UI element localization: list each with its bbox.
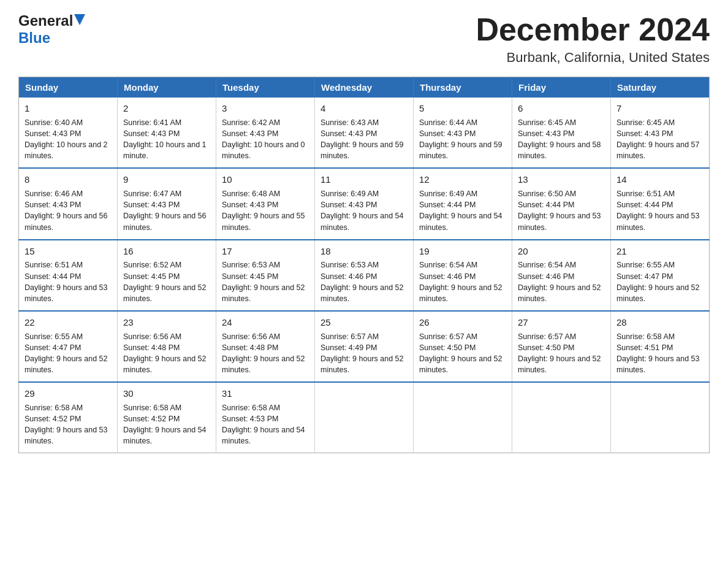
day-number: 25 <box>320 316 408 329</box>
day-number: 3 <box>222 102 309 115</box>
day-number: 8 <box>25 173 112 186</box>
day-number: 2 <box>123 102 210 115</box>
calendar-cell: 2Sunrise: 6:41 AMSunset: 4:43 PMDaylight… <box>118 98 216 168</box>
calendar-week-row: 22Sunrise: 6:55 AMSunset: 4:47 PMDayligh… <box>19 311 710 382</box>
logo-triangle-icon <box>74 14 85 25</box>
calendar-cell <box>315 382 414 453</box>
logo: General Blue <box>18 12 85 47</box>
day-number: 7 <box>616 102 703 115</box>
calendar-day-header: Saturday <box>611 77 710 98</box>
calendar-header-row: SundayMondayTuesdayWednesdayThursdayFrid… <box>19 77 710 98</box>
day-number: 9 <box>123 173 210 186</box>
calendar-cell: 22Sunrise: 6:55 AMSunset: 4:47 PMDayligh… <box>19 311 118 382</box>
logo-general-text: General <box>18 12 73 29</box>
title-block: December 2024 Burbank, California, Unite… <box>476 12 710 66</box>
calendar-cell: 30Sunrise: 6:58 AMSunset: 4:52 PMDayligh… <box>118 382 216 453</box>
calendar-cell: 26Sunrise: 6:57 AMSunset: 4:50 PMDayligh… <box>414 311 512 382</box>
day-number: 19 <box>419 245 506 258</box>
page-header: General Blue December 2024 Burbank, Cali… <box>18 12 710 66</box>
calendar-cell: 27Sunrise: 6:57 AMSunset: 4:50 PMDayligh… <box>512 311 611 382</box>
calendar-day-header: Tuesday <box>216 77 315 98</box>
calendar-cell: 10Sunrise: 6:48 AMSunset: 4:43 PMDayligh… <box>216 168 315 239</box>
day-number: 5 <box>419 102 506 115</box>
calendar-cell: 15Sunrise: 6:51 AMSunset: 4:44 PMDayligh… <box>19 240 118 311</box>
calendar-cell: 3Sunrise: 6:42 AMSunset: 4:43 PMDaylight… <box>216 98 315 168</box>
calendar-cell: 12Sunrise: 6:49 AMSunset: 4:44 PMDayligh… <box>414 168 512 239</box>
calendar-week-row: 15Sunrise: 6:51 AMSunset: 4:44 PMDayligh… <box>19 240 710 311</box>
calendar-cell: 1Sunrise: 6:40 AMSunset: 4:43 PMDaylight… <box>19 98 118 168</box>
calendar-cell <box>611 382 710 453</box>
calendar-cell: 23Sunrise: 6:56 AMSunset: 4:48 PMDayligh… <box>118 311 216 382</box>
calendar-day-header: Sunday <box>19 77 118 98</box>
day-number: 13 <box>518 173 605 186</box>
calendar-cell: 8Sunrise: 6:46 AMSunset: 4:43 PMDaylight… <box>19 168 118 239</box>
day-number: 31 <box>222 387 309 400</box>
calendar-cell: 7Sunrise: 6:45 AMSunset: 4:43 PMDaylight… <box>611 98 710 168</box>
day-number: 30 <box>123 387 210 400</box>
calendar-cell: 14Sunrise: 6:51 AMSunset: 4:44 PMDayligh… <box>611 168 710 239</box>
calendar-day-header: Wednesday <box>315 77 414 98</box>
calendar-cell: 9Sunrise: 6:47 AMSunset: 4:43 PMDaylight… <box>118 168 216 239</box>
day-number: 24 <box>222 316 309 329</box>
calendar-cell: 29Sunrise: 6:58 AMSunset: 4:52 PMDayligh… <box>19 382 118 453</box>
calendar-cell: 16Sunrise: 6:52 AMSunset: 4:45 PMDayligh… <box>118 240 216 311</box>
day-number: 21 <box>616 245 703 258</box>
location-title: Burbank, California, United States <box>476 50 710 66</box>
day-number: 16 <box>123 245 210 258</box>
day-number: 28 <box>616 316 703 329</box>
calendar-week-row: 1Sunrise: 6:40 AMSunset: 4:43 PMDaylight… <box>19 98 710 168</box>
calendar-cell: 21Sunrise: 6:55 AMSunset: 4:47 PMDayligh… <box>611 240 710 311</box>
calendar-week-row: 8Sunrise: 6:46 AMSunset: 4:43 PMDaylight… <box>19 168 710 239</box>
calendar-cell: 25Sunrise: 6:57 AMSunset: 4:49 PMDayligh… <box>315 311 414 382</box>
day-number: 17 <box>222 245 309 258</box>
calendar-day-header: Monday <box>118 77 216 98</box>
calendar-table: SundayMondayTuesdayWednesdayThursdayFrid… <box>18 77 710 453</box>
calendar-cell: 18Sunrise: 6:53 AMSunset: 4:46 PMDayligh… <box>315 240 414 311</box>
calendar-cell: 28Sunrise: 6:58 AMSunset: 4:51 PMDayligh… <box>611 311 710 382</box>
calendar-cell: 11Sunrise: 6:49 AMSunset: 4:43 PMDayligh… <box>315 168 414 239</box>
day-number: 14 <box>616 173 703 186</box>
calendar-cell: 4Sunrise: 6:43 AMSunset: 4:43 PMDaylight… <box>315 98 414 168</box>
calendar-cell: 6Sunrise: 6:45 AMSunset: 4:43 PMDaylight… <box>512 98 611 168</box>
day-number: 12 <box>419 173 506 186</box>
calendar-cell: 17Sunrise: 6:53 AMSunset: 4:45 PMDayligh… <box>216 240 315 311</box>
day-number: 10 <box>222 173 309 186</box>
calendar-day-header: Thursday <box>414 77 512 98</box>
calendar-cell: 5Sunrise: 6:44 AMSunset: 4:43 PMDaylight… <box>414 98 512 168</box>
calendar-cell <box>414 382 512 453</box>
day-number: 20 <box>518 245 605 258</box>
day-number: 15 <box>25 245 112 258</box>
day-number: 4 <box>320 102 408 115</box>
month-title: December 2024 <box>476 12 710 47</box>
day-number: 18 <box>320 245 408 258</box>
logo-blue-text: Blue <box>18 29 50 47</box>
svg-marker-0 <box>74 14 85 25</box>
calendar-cell <box>512 382 611 453</box>
calendar-day-header: Friday <box>512 77 611 98</box>
calendar-week-row: 29Sunrise: 6:58 AMSunset: 4:52 PMDayligh… <box>19 382 710 453</box>
day-number: 26 <box>419 316 506 329</box>
day-number: 11 <box>320 173 408 186</box>
day-number: 23 <box>123 316 210 329</box>
calendar-cell: 31Sunrise: 6:58 AMSunset: 4:53 PMDayligh… <box>216 382 315 453</box>
day-number: 22 <box>25 316 112 329</box>
day-number: 6 <box>518 102 605 115</box>
calendar-cell: 13Sunrise: 6:50 AMSunset: 4:44 PMDayligh… <box>512 168 611 239</box>
calendar-cell: 20Sunrise: 6:54 AMSunset: 4:46 PMDayligh… <box>512 240 611 311</box>
calendar-cell: 19Sunrise: 6:54 AMSunset: 4:46 PMDayligh… <box>414 240 512 311</box>
day-number: 1 <box>25 102 112 115</box>
calendar-cell: 24Sunrise: 6:56 AMSunset: 4:48 PMDayligh… <box>216 311 315 382</box>
day-number: 29 <box>25 387 112 400</box>
day-number: 27 <box>518 316 605 329</box>
